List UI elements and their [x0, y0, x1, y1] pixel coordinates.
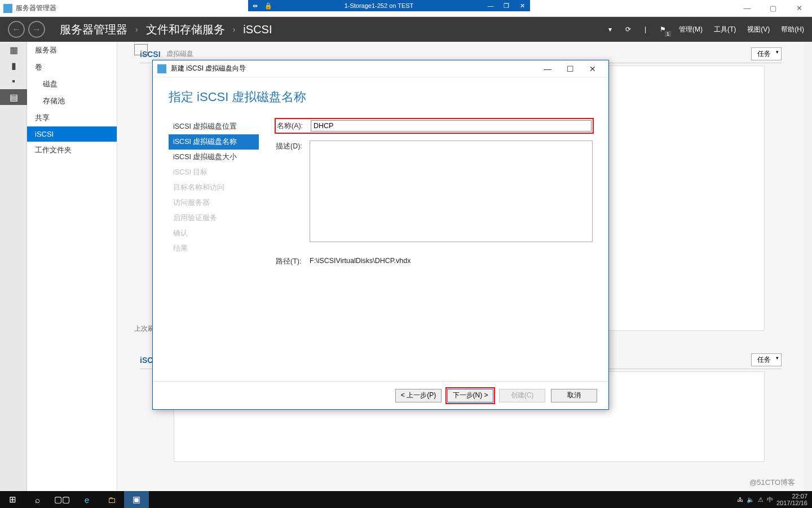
outer-close-button[interactable]: ✕	[786, 0, 812, 17]
step-target-name: 目标名称和访问	[169, 180, 259, 195]
wizard-close-button[interactable]: ✕	[581, 60, 604, 77]
panel1-subtitle: 虚拟磁盘	[166, 49, 193, 59]
sidebar-item-volumes[interactable]: 卷	[27, 59, 117, 76]
cancel-button[interactable]: 取消	[551, 389, 597, 402]
start-button[interactable]: ⊞	[0, 491, 25, 508]
wizard-dialog: 新建 iSCSI 虚拟磁盘向导 — ☐ ✕ 指定 iSCSI 虚拟磁盘名称 iS…	[152, 60, 609, 410]
rail-disks-icon[interactable]: ▪	[0, 73, 27, 89]
previous-button[interactable]: < 上一步(P)	[395, 389, 442, 402]
notification-badge: 1	[665, 31, 671, 37]
wizard-footer: < 上一步(P) 下一步(N) > 创建(C) 取消	[153, 381, 608, 409]
nav-back-button[interactable]: ←	[8, 21, 25, 38]
rail-iscsi-icon[interactable]: ▤	[0, 89, 27, 105]
menu-help[interactable]: 帮助(H)	[781, 25, 804, 34]
wizard-titlebar: 新建 iSCSI 虚拟磁盘向导 — ☐ ✕	[153, 60, 608, 77]
step-target: iSCSI 目标	[169, 165, 259, 180]
chevron-right-icon: ›	[233, 25, 236, 34]
sidebar-item-disks[interactable]: 磁盘	[27, 76, 117, 93]
chevron-right-icon: ›	[135, 25, 138, 34]
search-icon[interactable]: ⌕	[25, 491, 50, 508]
icon-rail: ▦ ▮ ▪ ▤	[0, 42, 27, 491]
outer-window-title: 服务器管理器	[16, 3, 56, 13]
menu-view[interactable]: 视图(V)	[747, 25, 770, 34]
notifications-flag-icon[interactable]: ⚑1	[657, 24, 668, 34]
taskbar-time: 22:07	[776, 493, 807, 500]
lock-icon: 🔒	[262, 2, 275, 10]
outer-maximize-button[interactable]: ▢	[760, 0, 786, 17]
name-input[interactable]	[311, 120, 592, 132]
server-manager-header: ← → 服务器管理器 › 文件和存储服务 › iSCSI ▾ ⟳ | ⚑1 管理…	[0, 17, 812, 42]
watermark: @51CTO博客	[749, 478, 795, 488]
last-refresh-label: 上次刷	[134, 324, 155, 491]
breadcrumb-section[interactable]: 文件和存储服务	[146, 22, 225, 37]
rail-volumes-icon[interactable]: ▮	[0, 58, 27, 73]
step-auth-service: 启用验证服务	[169, 211, 259, 226]
app-icon	[3, 4, 12, 13]
tray-sound-icon[interactable]: 🔈	[747, 496, 754, 503]
ie-icon[interactable]: e	[74, 491, 99, 508]
wizard-heading: 指定 iSCSI 虚拟磁盘名称	[153, 77, 608, 119]
refresh-icon[interactable]: ⟳	[623, 24, 633, 34]
description-textarea[interactable]	[310, 141, 593, 242]
wizard-steps: iSCSI 虚拟磁盘位置 iSCSI 虚拟磁盘名称 iSCSI 虚拟磁盘大小 i…	[169, 119, 259, 367]
path-value: F:\iSCSIVirtualDisks\DHCP.vhdx	[310, 256, 411, 265]
tray-shield-icon[interactable]: ⚠	[758, 496, 764, 503]
wizard-window-title: 新建 iSCSI 虚拟磁盘向导	[171, 64, 246, 73]
taskbar: ⊞ ⌕ ▢▢ e 🗀 ▣ 🖧 🔈 ⚠ 中 22:07 2017/12/16	[0, 491, 812, 508]
explorer-icon[interactable]: 🗀	[99, 491, 124, 508]
remote-minimize-button[interactable]: —	[483, 2, 498, 10]
tray-ime[interactable]: 中	[767, 496, 773, 504]
menu-tools[interactable]: 工具(T)	[714, 25, 736, 34]
system-tray: 🖧 🔈 ⚠ 中 22:07 2017/12/16	[737, 493, 812, 506]
breadcrumb-page[interactable]: iSCSI	[243, 23, 272, 36]
wizard-maximize-button[interactable]: ☐	[559, 60, 581, 77]
sidebar: 服务器 卷 磁盘 存储池 共享 iSCSI 工作文件夹	[27, 42, 117, 491]
sidebar-item-servers[interactable]: 服务器	[27, 42, 117, 59]
path-label: 路径(T):	[276, 256, 310, 266]
step-name[interactable]: iSCSI 虚拟磁盘名称	[169, 134, 259, 150]
separator: |	[645, 25, 646, 33]
chevron-down-icon[interactable]: ▾	[608, 25, 612, 33]
step-location[interactable]: iSCSI 虚拟磁盘位置	[169, 119, 259, 134]
nav-forward-button[interactable]: →	[28, 21, 45, 38]
remote-restore-button[interactable]: ❐	[498, 2, 514, 10]
sidebar-item-workfolders[interactable]: 工作文件夹	[27, 142, 117, 159]
step-result: 结果	[169, 241, 259, 256]
taskbar-clock[interactable]: 22:07 2017/12/16	[776, 493, 807, 506]
sidebar-item-iscsi[interactable]: iSCSI	[27, 126, 117, 142]
outer-minimize-button[interactable]: —	[734, 0, 760, 17]
name-label: 名称(A):	[277, 120, 311, 131]
step-size[interactable]: iSCSI 虚拟磁盘大小	[169, 150, 259, 165]
remote-session-title: 1-Storage1-252 on TEST	[275, 2, 483, 9]
taskbar-date: 2017/12/16	[776, 500, 807, 506]
next-button[interactable]: 下一步(N) >	[447, 389, 493, 402]
breadcrumb-app[interactable]: 服务器管理器	[60, 22, 127, 37]
wizard-minimize-button[interactable]: —	[536, 60, 559, 77]
remote-session-bar: ⇹ 🔒 1-Storage1-252 on TEST — ❐ ✕	[248, 0, 530, 11]
tasks-dropdown-2[interactable]: 任务	[751, 353, 782, 366]
step-access-server: 访问服务器	[169, 195, 259, 211]
rail-servers-icon[interactable]: ▦	[0, 42, 27, 58]
create-button: 创建(C)	[499, 389, 545, 402]
step-confirm: 确认	[169, 226, 259, 241]
server-manager-taskbar-icon[interactable]: ▣	[124, 491, 149, 508]
task-view-icon[interactable]: ▢▢	[50, 491, 74, 508]
breadcrumb: 服务器管理器 › 文件和存储服务 › iSCSI	[60, 22, 272, 37]
remote-close-button[interactable]: ✕	[514, 2, 530, 10]
pin-icon[interactable]: ⇹	[248, 2, 262, 10]
wizard-form: 名称(A): 描述(D): 路径(T): F:\iSCSIVirtualDisk…	[259, 119, 593, 367]
description-label: 描述(D):	[276, 141, 310, 151]
tray-network-icon[interactable]: 🖧	[737, 496, 743, 503]
export-icon[interactable]	[134, 44, 148, 55]
menu-manage[interactable]: 管理(M)	[679, 25, 703, 34]
sidebar-item-pools[interactable]: 存储池	[27, 93, 117, 110]
sidebar-item-shares[interactable]: 共享	[27, 110, 117, 126]
tasks-dropdown[interactable]: 任务	[751, 47, 782, 60]
wizard-icon	[157, 64, 166, 73]
